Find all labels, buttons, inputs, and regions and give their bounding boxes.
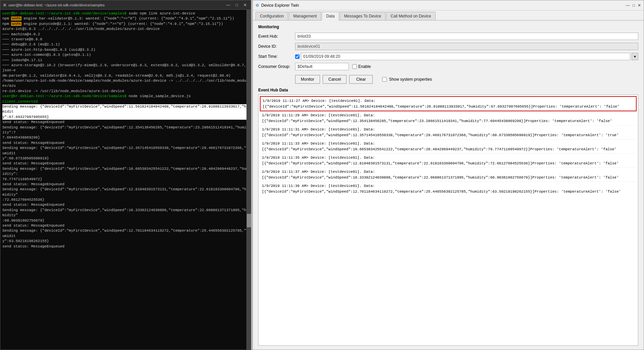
terminal-line: Sending message: {"deviceId":"myFirstDev… bbox=[2, 166, 249, 177]
terminal-body: user@br-debian-test:~/azure-iot-sdk-node… bbox=[0, 10, 251, 350]
terminal-line: send status: MessageEnqueued bbox=[2, 120, 249, 125]
consumer-group-label: Consumer Group: bbox=[258, 64, 295, 69]
button-row: Monitor Cancel Clear Show system propert… bbox=[258, 75, 638, 84]
monitoring-section: Monitoring Event Hub: Device ID: Start T… bbox=[258, 25, 638, 73]
terminal-window: ▣ user@br-debian-test: ~/azure-iot-sdk-n… bbox=[0, 0, 251, 350]
start-time-checkbox[interactable] bbox=[295, 54, 300, 59]
terminal-line: ─── lodash@4.17.11 bbox=[2, 58, 249, 63]
event-hub-section: Event Hub Data 1/9/2019 11:11:27 AM> Dev… bbox=[258, 88, 638, 346]
event-entry: 1/9/2019 11:11:29 AM> Device: [testdevic… bbox=[260, 111, 637, 125]
terminal-line: ─── machina@4.0.2 bbox=[2, 32, 249, 37]
terminal-maximize[interactable]: □ bbox=[234, 3, 239, 7]
device-id-input[interactable] bbox=[295, 43, 638, 50]
de-title-icon: ⚙ bbox=[256, 3, 259, 8]
terminal-line: send status: MessageEnqueued bbox=[2, 202, 249, 207]
terminal-line: dm-parser@0.1.2, validator@18.9.4.1, xml… bbox=[2, 73, 249, 78]
de-minimize[interactable]: — bbox=[626, 3, 630, 8]
terminal-line: send status: MessageEnqueued bbox=[2, 244, 249, 249]
terminal-line: Sending message: {"deviceId":"myFirstDev… bbox=[2, 208, 249, 218]
terminal-line: send status: MessageEnqueued bbox=[2, 141, 249, 146]
terminal-line: ─── traverse@0.6.6 bbox=[2, 37, 249, 42]
terminal-line: y":67.69327997695655} bbox=[2, 115, 249, 120]
terminal-controls: — □ ✕ bbox=[225, 3, 248, 7]
consumer-row: Enable bbox=[295, 63, 638, 70]
enable-text: Enable bbox=[358, 64, 371, 69]
terminal-title: user@br-debian-test: ~/azure-iot-sdk-nod… bbox=[8, 3, 105, 7]
show-system-properties-checkbox[interactable] bbox=[382, 77, 387, 82]
start-time-row: Start Time: ▼ bbox=[258, 53, 638, 60]
monitor-button[interactable]: Monitor bbox=[295, 75, 320, 84]
terminal-line: 7.69445438869298} bbox=[2, 135, 249, 140]
terminal-lines: user@br-debian-test:~/azure-iot-sdk-node… bbox=[2, 11, 249, 249]
event-hub-row: Event Hub: bbox=[258, 33, 638, 40]
terminal-icon: ▣ bbox=[3, 3, 6, 7]
terminal-line: :60.90381602756679} bbox=[2, 218, 249, 223]
terminal-line: client_connected bbox=[2, 99, 249, 104]
event-entry: 1/9/2019 11:11:39 AM> Device: [testdevic… bbox=[260, 182, 637, 196]
terminal-line: user@br-debian-test:~/azure-iot-sdk-node… bbox=[2, 11, 249, 16]
start-time-input[interactable] bbox=[301, 53, 630, 60]
cancel-button[interactable]: Cancel bbox=[323, 75, 347, 84]
terminal-line: ─── debug@3.2.6 (ms@2.1.1) bbox=[2, 42, 249, 47]
terminal-line: npm WARN engine punycode@2.1.1: wanted: … bbox=[2, 22, 249, 27]
terminal-line: /home/user/azure-iot-sdk-node/device/sam… bbox=[2, 78, 249, 89]
tab-management[interactable]: Management bbox=[289, 12, 321, 20]
de-titlebar: ⚙ Device Explorer Twin — □ ✕ bbox=[253, 0, 644, 10]
terminal-line: y":60.67330505698919} bbox=[2, 156, 249, 161]
event-entry: 1/9/2019 11:11:35 AM> Device: [testdevic… bbox=[260, 154, 637, 168]
event-entry: 1/9/2019 11:11:37 AM> Device: [testdevic… bbox=[260, 168, 637, 182]
de-title: ⚙ Device Explorer Twin bbox=[256, 3, 299, 8]
terminal-line: ─── azure-iot-http-base@1.8.3 (uuid@3.3.… bbox=[2, 47, 249, 52]
tab-call-method[interactable]: Call Method on Device bbox=[386, 12, 435, 20]
tab-messages-to-device[interactable]: Messages To Device bbox=[340, 12, 386, 20]
device-id-label: Device ID: bbox=[258, 44, 295, 49]
de-close[interactable]: ✕ bbox=[638, 3, 641, 8]
event-hub-label: Event Hub: bbox=[258, 34, 295, 39]
terminal-line: Sending message: {"deviceId":"myFirstDev… bbox=[2, 125, 249, 135]
terminal-line: send status: MessageEnqueued bbox=[2, 182, 249, 187]
event-hub-input[interactable] bbox=[295, 33, 638, 40]
show-system-properties-text: Show system properties bbox=[389, 77, 432, 82]
de-content: Monitoring Event Hub: Device ID: Start T… bbox=[253, 21, 644, 350]
terminal-line: Sending message: {"deviceId":"myFirstDev… bbox=[2, 187, 249, 197]
terminal-close[interactable]: ✕ bbox=[242, 3, 248, 7]
datetime-row: ▼ bbox=[295, 53, 638, 60]
terminal-line: send status: MessageEnqueued bbox=[2, 223, 249, 228]
event-hub-data-label: Event Hub Data bbox=[258, 88, 638, 92]
tab-configuration[interactable]: Configuration bbox=[256, 12, 288, 20]
de-maximize[interactable]: □ bbox=[633, 3, 635, 8]
terminal-line: y":63.50218198262155} bbox=[2, 239, 249, 244]
event-entry: 1/9/2019 11:11:31 AM> Device: [testdevic… bbox=[260, 125, 637, 140]
consumer-group-row: Consumer Group: Enable bbox=[258, 63, 638, 70]
terminal-scrollbar[interactable] bbox=[246, 9, 251, 350]
terminal-line: :72.66127604525536} bbox=[2, 197, 249, 202]
terminal-line: user@br-debian-test:~/azure-iot-sdk-node… bbox=[2, 94, 249, 99]
start-time-picker-btn[interactable]: ▼ bbox=[632, 53, 638, 60]
terminal-line: 79.77471169549972} bbox=[2, 177, 249, 182]
event-entry: 1/9/2019 11:11:33 AM> Device: [testdevic… bbox=[260, 140, 637, 154]
terminal-minimize[interactable]: — bbox=[225, 3, 232, 7]
terminal-titlebar: ▣ user@br-debian-test: ~/azure-iot-sdk-n… bbox=[0, 0, 251, 10]
clear-button[interactable]: Clear bbox=[349, 75, 373, 84]
de-controls: — □ ✕ bbox=[626, 3, 641, 8]
terminal-scrollbar-thumb[interactable] bbox=[247, 214, 251, 227]
monitoring-title: Monitoring bbox=[258, 25, 638, 29]
terminal-line: Sending message: {"deviceId":"myFirstDev… bbox=[2, 104, 249, 115]
terminal-line: ─── azure-iot-common@1.8.3 (getos@3.1.1) bbox=[2, 52, 249, 57]
consumer-group-input[interactable] bbox=[295, 63, 349, 70]
terminal-line: npm WARN engine har-validator@5.1.3: wan… bbox=[2, 16, 249, 21]
tab-data[interactable]: Data bbox=[322, 12, 339, 21]
device-explorer-window: ⚙ Device Explorer Twin — □ ✕ Configurati… bbox=[252, 0, 644, 350]
terminal-line: send status: MessageEnqueued bbox=[2, 161, 249, 166]
terminal-line: re-iot-device -> /usr/lib/node_modules/a… bbox=[2, 89, 249, 94]
enable-label: Enable bbox=[352, 64, 371, 69]
device-id-row: Device ID: bbox=[258, 43, 638, 50]
tab-bar: Configuration Management Data Messages T… bbox=[253, 10, 644, 21]
event-hub-data-box: 1/9/2019 11:11:27 AM> Device: [testdevic… bbox=[258, 94, 638, 346]
terminal-line: Sending message: {"deviceId":"myFirstDev… bbox=[2, 228, 249, 239]
de-title-text: Device Explorer Twin bbox=[261, 3, 299, 8]
enable-checkbox[interactable] bbox=[352, 64, 357, 69]
event-entry: 1/9/2019 11:11:27 AM> Device: [testdevic… bbox=[260, 96, 637, 111]
terminal-line: azure-iot@1.8.3 ../../../../../../usr/li… bbox=[2, 27, 249, 32]
show-system-properties-label: Show system properties bbox=[382, 77, 432, 82]
